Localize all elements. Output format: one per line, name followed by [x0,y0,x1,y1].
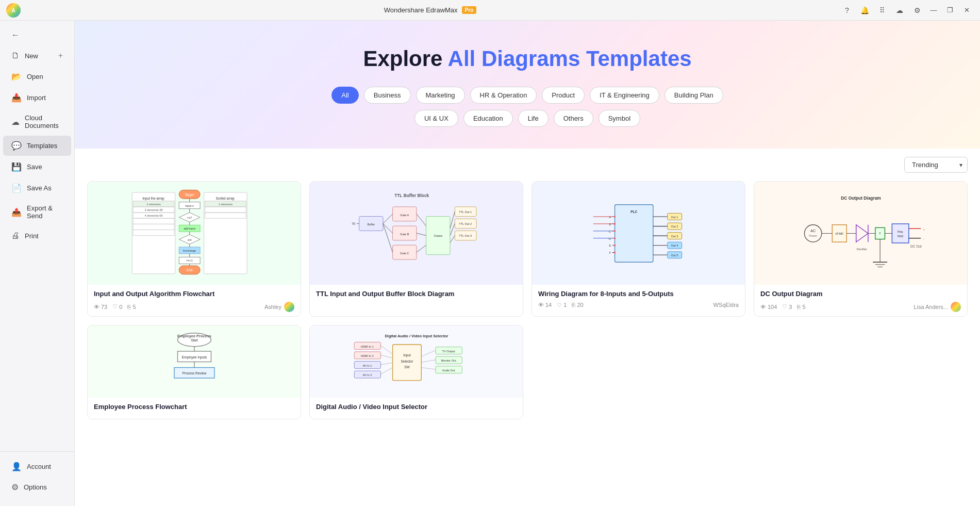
filter-btn-others[interactable]: Others [554,110,593,127]
svg-text:D: D [609,237,611,240]
template-card-3[interactable]: PLC A B C D [531,181,745,317]
svg-text:A: A [609,215,611,218]
filter-btn-ui[interactable]: UI & UX [414,110,458,127]
titlebar-controls: ? 🔔 ⠿ ☁ ⚙ — ❐ ✕ [840,3,974,18]
likes-stat-4: ♡ 3 [782,303,792,310]
save-label: Save [27,163,63,171]
card-title-1: Input and Output Algorithm Flowchart [94,290,294,299]
svg-text:i=i+1: i=i+1 [186,259,192,262]
svg-text:Employee Inputs: Employee Inputs [181,355,207,360]
svg-text:PLC: PLC [630,210,637,214]
svg-text:+: + [923,227,924,231]
card-info-3: Wiring Diagram for 8-Inputs and 5-Output… [532,285,745,313]
author-avatar-1 [284,302,294,312]
svg-text:Input n: Input n [185,204,194,207]
sidebar-item-save[interactable]: 💾 Save [3,157,71,177]
svg-text:2 elements: 2 elements [146,203,160,206]
svg-line-164 [380,363,392,365]
svg-text:DC Output Diagram: DC Output Diagram [841,195,881,201]
svg-text:1 elements: 1 elements [218,203,232,206]
sidebar-item-options[interactable]: ⚙ Options [3,477,71,497]
svg-line-167 [421,360,436,363]
sidebar-item-print[interactable]: 🖨 Print [3,226,71,246]
sidebar-item-templates[interactable]: 💬 Templates [3,136,71,156]
filter-row-2: UI & UX Education Life Others Symbol [85,110,970,127]
template-card-1[interactable]: Input the array: 2 elements 3 elements 3… [87,181,301,317]
svg-text:Input: Input [403,354,411,358]
svg-text:IN: IN [352,222,355,225]
filter-btn-all[interactable]: All [331,87,358,104]
filter-btn-business[interactable]: Business [364,87,411,104]
filter-btn-symbol[interactable]: Symbol [599,110,640,127]
svg-text:Power: Power [809,234,817,237]
sidebar-bottom: 👤 Account ⚙ Options [0,451,74,502]
sidebar-item-import[interactable]: 📥 Import [3,88,71,108]
svg-text:Gate B: Gate B [400,233,409,236]
sidebar-item-open[interactable]: 📂 Open [3,67,71,87]
save-as-icon: 📄 [11,183,22,193]
minimize-button[interactable]: — [926,3,941,18]
copies-stat-1: ⎘ 5 [127,303,136,310]
filter-btn-product[interactable]: Product [542,87,585,104]
new-label: New [25,52,53,60]
card-author-3: WSqEldra [713,302,739,308]
copies-stat-4: ⎘ 5 [797,303,805,310]
apps-icon[interactable]: ⠿ [875,3,889,18]
sidebar: ← 🗋 New + 📂 Open 📥 Import ☁ Cloud Docume… [0,21,75,506]
filter-btn-education[interactable]: Education [463,110,513,127]
hero-banner: Explore All Diagrams Templates All Busin… [75,21,980,149]
sort-dropdown[interactable]: Trending Latest Most Viewed Most Liked [904,157,968,173]
back-icon: ← [11,30,20,40]
svg-text:TTL Out 1: TTL Out 1 [459,210,472,214]
template-card-5[interactable]: Start Employee Inputs Process Review Emp… [87,325,301,419]
svg-text:Reg: Reg [898,230,903,233]
user-avatar[interactable]: A [6,3,21,18]
template-card-2[interactable]: Buffer Gate A Gate B Gate C Output TTL O… [309,181,523,317]
svg-text:HDMI In 2: HDMI In 2 [360,355,373,358]
filter-btn-hr[interactable]: HR & Operation [470,87,537,104]
filter-row-1: All Business Marketing HR & Operation Pr… [85,87,970,104]
export-icon: 📤 [11,207,22,217]
cloud-icon[interactable]: ☁ [892,3,907,18]
employee-svg: Start Employee Inputs Process Review Emp… [127,329,261,394]
svg-text:End: End [186,268,192,272]
save-as-label: Save As [27,184,63,192]
help-icon[interactable]: ? [840,3,854,18]
sidebar-item-export[interactable]: 📤 Export & Send [3,199,71,225]
settings-icon[interactable]: ⚙ [910,3,924,18]
maximize-button[interactable]: ❐ [943,3,957,18]
close-button[interactable]: ✕ [959,3,974,18]
sidebar-item-new[interactable]: 🗋 New + [3,46,71,66]
template-card-6[interactable]: Digital Audio / Video Input Selector HDM… [309,325,523,419]
svg-point-107 [804,224,821,241]
svg-line-56 [383,214,393,224]
template-card-4[interactable]: AC Power XFMR Rectifier C [754,181,968,317]
sidebar-item-save-as[interactable]: 📄 Save As [3,178,71,198]
card-title-4: DC Output Diagram [760,290,961,299]
svg-text:SW: SW [404,366,410,369]
sidebar-item-account[interactable]: 👤 Account [3,456,71,477]
svg-rect-117 [892,223,909,242]
filter-btn-it[interactable]: IT & Engineering [590,87,659,104]
card-stats-1: 👁 73 ♡ 0 ⎘ 5 [94,303,136,310]
svg-text:Out 3: Out 3 [671,234,678,237]
filter-btn-building[interactable]: Building Plan [665,87,723,104]
likes-stat-3: ♡ 1 [557,302,567,308]
account-label: Account [27,463,63,470]
author-name-1: Ashley [264,304,281,310]
filter-btn-marketing[interactable]: Marketing [416,87,465,104]
svg-line-60 [417,233,426,236]
card-meta-1: 👁 73 ♡ 0 ⎘ 5 Ashley [94,302,294,312]
templates-header: Trending Latest Most Viewed Most Liked [87,157,968,173]
card-thumbnail-2: Buffer Gate A Gate B Gate C Output TTL O… [310,182,523,285]
cloud-docs-icon: ☁ [11,117,20,127]
card-author-4: Lisa Anders... [913,302,961,312]
author-name-3: WSqEldra [713,302,739,308]
print-label: Print [25,232,63,240]
filter-btn-life[interactable]: Life [518,110,549,127]
sidebar-item-cloud[interactable]: ☁ Cloud Documents [3,109,71,135]
svg-text:Sorted array:: Sorted array: [215,197,235,201]
sidebar-item-back[interactable]: ← [3,25,71,45]
svg-point-84 [613,244,616,246]
bell-icon[interactable]: 🔔 [857,3,872,18]
